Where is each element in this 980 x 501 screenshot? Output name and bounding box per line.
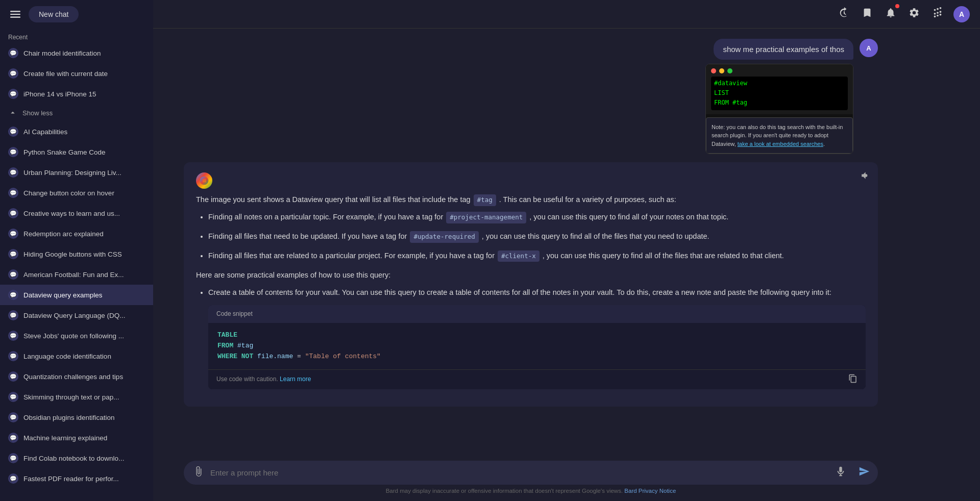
sidebar-item-lang-code[interactable]: 💬 Language code identification bbox=[0, 346, 153, 366]
bookmarks-button[interactable] bbox=[860, 5, 875, 23]
tag-chip-project: #project-management bbox=[446, 212, 526, 223]
disclaimer: Bard may display inaccurate or offensive… bbox=[184, 487, 878, 497]
sidebar-item-label: Dataview query examples bbox=[23, 291, 103, 299]
tag-chip-update: #update-required bbox=[410, 231, 478, 243]
microphone-button[interactable] bbox=[831, 464, 850, 482]
ai-message: The image you sent shows a Dataview quer… bbox=[184, 162, 878, 407]
code-field: file.name bbox=[257, 353, 293, 360]
svg-rect-0 bbox=[10, 11, 20, 12]
sidebar-item-fastest-pdf[interactable]: 💬 Fastest PDF reader for perfor... bbox=[0, 468, 153, 489]
chat-icon-2: 💬 bbox=[8, 68, 18, 79]
sidebar-item-label: Quantization challenges and tips bbox=[23, 373, 123, 381]
code-where: WHERE NOT bbox=[217, 353, 253, 360]
new-chat-button[interactable]: New chat bbox=[29, 6, 79, 22]
screenshot-image: #dataview LIST FROM #tag Note: you can a… bbox=[705, 64, 853, 154]
sidebar-item-label: Redemption arc explained bbox=[23, 230, 104, 238]
privacy-notice-link[interactable]: Bard Privacy Notice bbox=[624, 488, 676, 494]
svg-rect-2 bbox=[10, 17, 20, 18]
sidebar-item-dataview-lang[interactable]: 💬 Dataview Query Language (DQ... bbox=[0, 305, 153, 325]
sidebar-item-quantization[interactable]: 💬 Quantization challenges and tips bbox=[0, 366, 153, 387]
chat-icon-16: 💬 bbox=[8, 371, 18, 382]
sidebar-item-label: Hiding Google buttons with CSS bbox=[23, 251, 122, 258]
learn-more-link[interactable]: Learn more bbox=[280, 375, 311, 383]
chat-icon-21: 💬 bbox=[8, 473, 18, 484]
ai-examples-intro: Here are some practical examples of how … bbox=[196, 269, 866, 282]
copy-code-button[interactable] bbox=[848, 374, 857, 385]
svg-rect-1 bbox=[10, 14, 20, 15]
sidebar-list: Recent 💬 Chair model identification 💬 Cr… bbox=[0, 29, 153, 501]
code-str-val: "Table of contents" bbox=[305, 353, 381, 360]
attach-button[interactable] bbox=[191, 464, 206, 482]
sidebar-item-steve-jobs[interactable]: 💬 Steve Jobs' quote on following ... bbox=[0, 325, 153, 346]
ai-bullet-2: Finding all files that need to be update… bbox=[208, 231, 866, 243]
tag-chip-1: #tag bbox=[474, 194, 496, 206]
chat-icon-12: 💬 bbox=[8, 290, 18, 300]
input-area: Bard may display inaccurate or offensive… bbox=[153, 455, 980, 501]
sidebar-item-skimming[interactable]: 💬 Skimming through text or pap... bbox=[0, 387, 153, 407]
screenshot-note: Note: you can also do this tag search wi… bbox=[706, 117, 853, 154]
chat-icon-17: 💬 bbox=[8, 392, 18, 402]
sidebar-item-label: Create file with current date bbox=[23, 70, 108, 78]
sidebar-item-colab[interactable]: 💬 Find Colab notebook to downlo... bbox=[0, 448, 153, 468]
ai-text: The image you sent shows a Dataview quer… bbox=[196, 194, 866, 389]
code-snippet-body: TABLE FROM #tag WHERE NOT file.name = "T… bbox=[208, 323, 866, 369]
chat-icon-19: 💬 bbox=[8, 433, 18, 443]
code-eq: = bbox=[297, 353, 305, 360]
chat-icon-15: 💬 bbox=[8, 351, 18, 361]
show-less-button[interactable]: Show less bbox=[0, 104, 153, 121]
sidebar-item-label: Chair model identification bbox=[23, 49, 101, 57]
sidebar-item-label: Fastest PDF reader for perfor... bbox=[23, 475, 119, 483]
sidebar-item-label: Skimming through text or pap... bbox=[23, 393, 119, 401]
ai-intro: The image you sent shows a Dataview quer… bbox=[196, 194, 866, 206]
sidebar-item-iphone[interactable]: 💬 iPhone 14 vs iPhone 15 bbox=[0, 84, 153, 104]
chat-area: show me practical examples of thos A bbox=[153, 29, 980, 455]
chat-icon-13: 💬 bbox=[8, 310, 18, 320]
notifications-button[interactable] bbox=[883, 5, 898, 23]
sidebar-item-redemption[interactable]: 💬 Redemption arc explained bbox=[0, 223, 153, 244]
topbar: A bbox=[153, 0, 980, 29]
ai-bullet-3: Finding all files that are related to a … bbox=[208, 250, 866, 262]
chat-icon-5: 💬 bbox=[8, 147, 18, 157]
user-message: show me practical examples of thos A bbox=[184, 39, 878, 154]
history-button[interactable] bbox=[836, 5, 851, 23]
sidebar-item-label: Find Colab notebook to downlo... bbox=[23, 455, 124, 462]
screenshot-code-line1: #dataview bbox=[714, 80, 747, 87]
sidebar-item-hiding-google[interactable]: 💬 Hiding Google buttons with CSS bbox=[0, 244, 153, 264]
sidebar-header: New chat bbox=[0, 0, 153, 29]
send-button[interactable] bbox=[854, 464, 874, 482]
sidebar-item-label: Urban Planning: Designing Liv... bbox=[23, 169, 121, 177]
chat-icon: 💬 bbox=[8, 48, 18, 58]
sidebar-item-ml[interactable]: 💬 Machine learning explained bbox=[0, 428, 153, 448]
prompt-input[interactable] bbox=[210, 465, 827, 480]
chat-icon-10: 💬 bbox=[8, 249, 18, 259]
sidebar-item-label: Machine learning explained bbox=[23, 434, 107, 442]
avatar-button[interactable]: A bbox=[953, 6, 970, 22]
screenshot-link[interactable]: take a look at embedded searches bbox=[738, 141, 823, 147]
code-snippet-label: Code snippet bbox=[216, 309, 253, 319]
sidebar-item-american-football[interactable]: 💬 American Football: Fun and Ex... bbox=[0, 264, 153, 285]
settings-button[interactable] bbox=[906, 5, 922, 23]
sidebar-item-create-file[interactable]: 💬 Create file with current date bbox=[0, 63, 153, 84]
screenshot-code-line3: FROM #tag bbox=[714, 99, 747, 106]
sidebar-item-dataview-query[interactable]: 💬 Dataview query examples bbox=[0, 285, 153, 305]
user-message-text: show me practical examples of thos bbox=[723, 45, 844, 54]
sidebar-item-obsidian[interactable]: 💬 Obsidian plugins identification bbox=[0, 407, 153, 428]
ai-bullet-list: Finding all notes on a particular topic.… bbox=[196, 211, 866, 262]
sidebar-item-python-snake[interactable]: 💬 Python Snake Game Code bbox=[0, 142, 153, 162]
apps-button[interactable] bbox=[930, 5, 945, 23]
code-from: FROM bbox=[217, 342, 233, 349]
hamburger-button[interactable] bbox=[8, 7, 22, 21]
chat-icon-3: 💬 bbox=[8, 89, 18, 99]
notification-badge bbox=[895, 4, 899, 8]
chat-icon-8: 💬 bbox=[8, 208, 18, 218]
sidebar-item-creative-ways[interactable]: 💬 Creative ways to learn and us... bbox=[0, 203, 153, 223]
speaker-button[interactable] bbox=[860, 170, 870, 183]
sidebar-item-chair-model[interactable]: 💬 Chair model identification bbox=[0, 43, 153, 63]
sidebar-item-urban-planning[interactable]: 💬 Urban Planning: Designing Liv... bbox=[0, 162, 153, 183]
bard-icon bbox=[196, 172, 212, 189]
sidebar-item-change-button[interactable]: 💬 Change button color on hover bbox=[0, 183, 153, 203]
sidebar-item-label: Dataview Query Language (DQ... bbox=[23, 312, 126, 319]
code-line1: TABLE bbox=[217, 331, 237, 339]
sidebar-item-ai-cap[interactable]: 💬 AI Capabilities bbox=[0, 121, 153, 142]
ai-bullet-1: Finding all notes on a particular topic.… bbox=[208, 211, 866, 223]
